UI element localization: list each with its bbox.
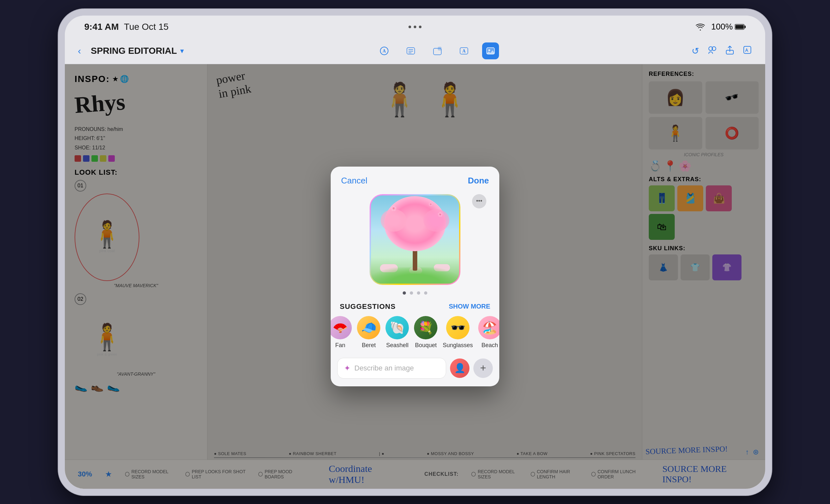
page-dot-3[interactable] [417, 291, 420, 295]
sunglasses-label: Sunglasses [443, 342, 473, 349]
beach-label: Beach [481, 342, 498, 349]
status-time: 9:41 AM [84, 22, 119, 32]
describe-input-area: ✦ Describe an image 👤 + [331, 354, 499, 387]
seashell-emoji-circle: 🐚 [385, 316, 409, 339]
cherry-blossom-image: 🌸 🌸 🌸 [371, 196, 459, 283]
suggestions-label: SUGGESTIONS [340, 302, 395, 311]
svg-text:A: A [383, 48, 386, 54]
modal-header: Cancel Done [331, 167, 499, 191]
petal-2: 🌸 [437, 212, 443, 217]
person-button-icon: 👤 [454, 363, 466, 373]
status-date: Tue Oct 15 [124, 22, 168, 32]
suggestion-seashell[interactable]: 🐚 Seashell [385, 316, 409, 349]
person-photo-button[interactable]: 👤 [450, 359, 470, 378]
add-button[interactable]: + [473, 359, 493, 378]
bouquet-emoji-circle: 💐 [414, 316, 437, 339]
suggestion-beach[interactable]: 🏖️ Beach [478, 316, 499, 349]
suggestion-sunglasses[interactable]: 🕶️ Sunglasses [443, 316, 473, 349]
done-button[interactable]: Done [468, 176, 489, 186]
svg-rect-2 [735, 25, 744, 29]
svg-point-15 [488, 49, 490, 51]
wifi-icon [696, 23, 705, 30]
status-bar: 9:41 AM Tue Oct 15 100% [65, 15, 765, 38]
plus-icon: + [480, 362, 486, 374]
canopy-right [423, 209, 449, 232]
pen-tool-button[interactable]: A [376, 42, 393, 59]
toolbar-right: ↺ [692, 45, 752, 57]
collaborate-button[interactable] [707, 45, 717, 57]
seashell-label: Seashell [386, 342, 409, 349]
emoji-picker-modal: Cancel Done ••• [331, 167, 499, 387]
canopy-left [381, 209, 407, 232]
status-dots [409, 26, 421, 28]
modal-overlay: Cancel Done ••• [65, 64, 765, 489]
page-dot-4[interactable] [424, 291, 427, 295]
more-options-button[interactable]: ••• [472, 194, 486, 208]
petal-1: 🌸 [390, 205, 397, 211]
text-tool-button[interactable] [402, 42, 419, 59]
bouquet-label: Bouquet [415, 342, 437, 349]
svg-rect-10 [438, 47, 441, 50]
fan-emoji-circle: 🪭 [331, 316, 352, 339]
status-right: 100% [696, 22, 746, 32]
svg-rect-1 [744, 26, 746, 28]
ipad-screen: 9:41 AM Tue Oct 15 100% [65, 15, 765, 489]
cancel-button[interactable]: Cancel [341, 176, 368, 186]
suggestions-section: SUGGESTIONS SHOW MORE 🪭 Fan 🧢 Beret [331, 302, 499, 354]
svg-rect-5 [407, 48, 415, 54]
undo-button[interactable]: ↺ [692, 46, 699, 57]
show-more-button[interactable]: SHOW MORE [449, 303, 490, 310]
beret-emoji-circle: 🧢 [357, 316, 380, 339]
type-tool-button[interactable]: A [455, 42, 472, 59]
ai-sparkle-icon: ✦ [344, 364, 350, 373]
suggestion-fan[interactable]: 🪭 Fan [331, 316, 352, 349]
ipad-frame: 9:41 AM Tue Oct 15 100% [58, 9, 772, 495]
main-content: INSPO: ★ 🌐 Rhys PRONOUNS: he/him HEIGHT:… [65, 64, 765, 489]
beach-emoji-circle: 🏖️ [478, 316, 499, 339]
markup-button[interactable] [742, 45, 752, 57]
suggestions-header: SUGGESTIONS SHOW MORE [340, 302, 490, 311]
back-button[interactable]: ‹ [78, 45, 81, 57]
page-dot-1[interactable] [403, 291, 406, 295]
suggestion-bouquet[interactable]: 💐 Bouquet [414, 316, 437, 349]
describe-placeholder: Describe an image [354, 364, 414, 372]
ellipsis-icon: ••• [476, 198, 482, 204]
title-chevron-icon: ▾ [180, 47, 184, 55]
document-title[interactable]: SPRING EDITORIAL ▾ [91, 46, 184, 56]
modal-image-area: ••• [331, 191, 499, 291]
suggestions-grid: 🪭 Fan 🧢 Beret 🐚 Seashell [340, 316, 490, 349]
fan-label: Fan [335, 342, 345, 349]
svg-text:A: A [462, 48, 466, 54]
image-tool-button[interactable] [482, 42, 499, 59]
describe-input-field[interactable]: ✦ Describe an image [337, 358, 446, 378]
page-dots [331, 291, 499, 302]
petal-3: 🌸 [428, 202, 433, 206]
shape-tool-button[interactable] [429, 42, 446, 59]
toolbar-tools: A [190, 42, 685, 59]
image-wrapper: 🌸 🌸 🌸 [370, 194, 460, 285]
sunglasses-emoji-circle: 🕶️ [446, 316, 470, 339]
toolbar: ‹ SPRING EDITORIAL ▾ A [65, 38, 765, 64]
page-dot-2[interactable] [410, 291, 413, 295]
beret-label: Beret [362, 342, 376, 349]
battery-icon: 100% [711, 22, 746, 32]
share-button[interactable] [725, 45, 735, 57]
suggestion-beret[interactable]: 🧢 Beret [357, 316, 380, 349]
